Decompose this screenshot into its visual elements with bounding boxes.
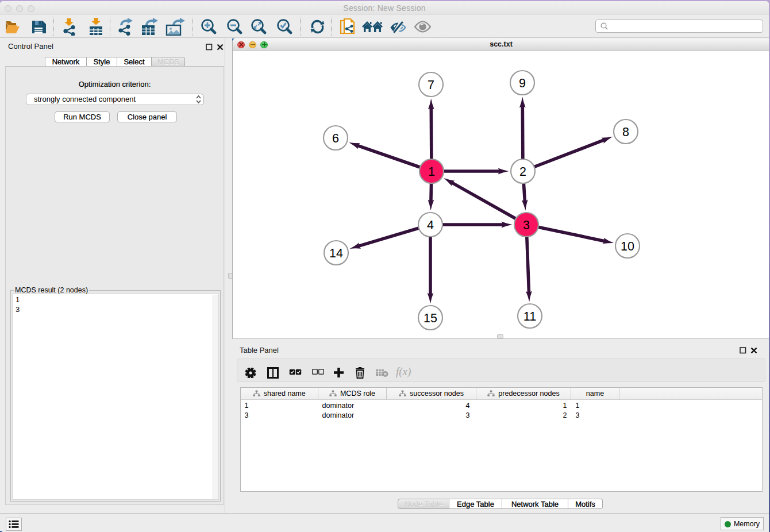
svg-text:6: 6 [332,132,339,145]
svg-text:3: 3 [523,218,530,232]
svg-text:7: 7 [428,78,434,92]
svg-text:10: 10 [621,240,634,253]
svg-text:2: 2 [519,165,526,179]
svg-text:9: 9 [519,76,526,90]
svg-text:11: 11 [523,310,536,323]
svg-text:4: 4 [427,218,434,232]
svg-text:15: 15 [424,311,437,325]
svg-text:8: 8 [622,125,629,139]
svg-text:14: 14 [329,246,343,260]
svg-text:1: 1 [428,165,435,179]
